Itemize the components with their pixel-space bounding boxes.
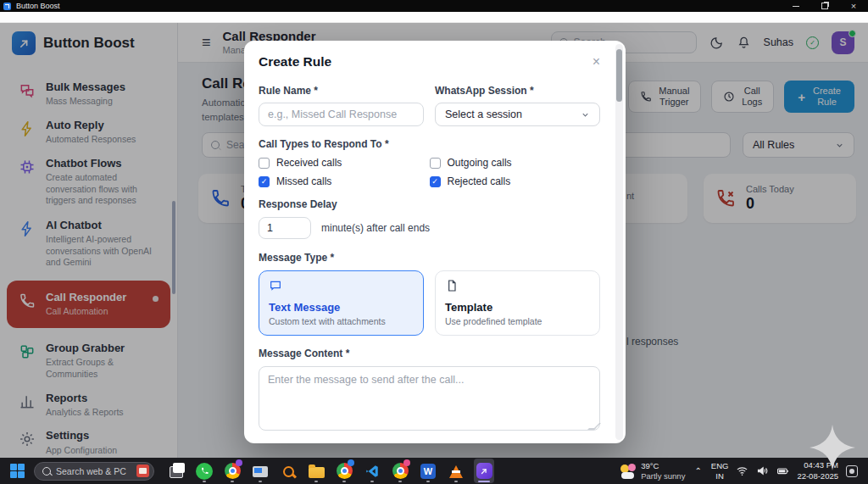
weather-condition: Partly sunny	[641, 471, 685, 481]
taskbar-vlc-button[interactable]	[446, 459, 466, 483]
profile-badge	[348, 459, 354, 466]
running-indicator	[454, 481, 458, 483]
running-indicator	[370, 481, 374, 483]
session-value: Select a session	[445, 108, 522, 120]
checkbox-icon[interactable]	[430, 176, 441, 187]
taskbar-button-boost-button[interactable]	[474, 459, 494, 483]
taskbar-remote-desktop-button[interactable]	[250, 459, 270, 483]
button-boost-icon	[476, 463, 492, 479]
remote-desktop-icon	[253, 466, 268, 477]
checkbox-icon[interactable]	[259, 176, 270, 187]
delay-input[interactable]	[259, 217, 311, 239]
minimize-button[interactable]	[782, 0, 810, 12]
maximize-button[interactable]	[810, 0, 839, 12]
delay-suffix: minute(s) after call ends	[321, 222, 430, 234]
taskbar-search-input[interactable]	[56, 466, 129, 476]
hidden-icons-chevron[interactable]: ⌃	[694, 466, 701, 476]
language-line1: ENG	[711, 461, 729, 470]
message-type-title: Template	[445, 301, 590, 314]
modal-title: Create Rule	[259, 54, 331, 70]
taskbar-vscode-button[interactable]	[362, 459, 382, 483]
delay-label: Response Delay	[259, 198, 600, 210]
chevron-down-icon	[581, 110, 590, 120]
rule-name-input[interactable]	[259, 103, 424, 126]
start-button[interactable]	[10, 464, 25, 478]
screen: Button Boost × Button Boost Bulk Mes	[0, 0, 868, 484]
whatsapp-icon	[196, 463, 213, 480]
message-type-template[interactable]: Template Use prodefined template	[435, 270, 600, 336]
message-type-desc: Use prodefined template	[445, 316, 590, 326]
checkbox-label: Outgoing calls	[448, 157, 512, 169]
close-icon[interactable]: ×	[593, 55, 600, 69]
checkbox-outgoing-calls[interactable]: Outgoing calls	[430, 157, 601, 169]
taskbar-word-button[interactable]: W	[418, 459, 438, 483]
window-app-icon	[3, 3, 11, 10]
running-indicator	[342, 481, 346, 483]
session-select[interactable]: Select a session	[435, 103, 600, 126]
profile-badge	[403, 459, 410, 466]
message-type-desc: Custom text with attachments	[269, 316, 414, 326]
top-strip	[0, 12, 868, 23]
volume-icon[interactable]	[756, 465, 769, 477]
close-window-button[interactable]: ×	[839, 0, 868, 12]
language-line2: IN	[715, 471, 724, 481]
attachment-label: Attachment (Optional)	[259, 442, 600, 443]
running-indicator	[203, 481, 206, 483]
message-content-label: Message Content *	[259, 348, 600, 359]
taskbar-search-tool-button[interactable]	[278, 459, 298, 483]
active-app-indicator	[478, 481, 490, 483]
taskbar-weather-widget[interactable]: 39°CPartly sunny	[620, 461, 685, 481]
running-indicator	[259, 481, 262, 483]
word-icon: W	[420, 464, 436, 479]
window-titlebar: Button Boost ×	[0, 0, 868, 12]
checkbox-received-calls[interactable]: Received calls	[259, 157, 430, 169]
weather-icon	[620, 464, 636, 479]
task-view-icon	[170, 466, 183, 478]
vlc-cone-icon	[449, 465, 463, 478]
session-label: WhatsApp Session *	[435, 85, 600, 97]
message-type-title: Text Message	[269, 301, 414, 314]
profile-badge	[236, 459, 242, 466]
search-icon	[42, 467, 51, 476]
checkbox-label: Received calls	[276, 157, 342, 169]
message-content-textarea[interactable]	[259, 366, 600, 431]
weather-temperature: 39°C	[641, 461, 659, 470]
wifi-icon[interactable]	[736, 465, 748, 477]
battery-icon[interactable]	[776, 465, 789, 477]
taskbar-file-explorer-button[interactable]	[306, 459, 326, 483]
folder-icon	[309, 467, 325, 478]
vscode-icon	[364, 464, 380, 479]
window-title: Button Boost	[16, 2, 60, 10]
checkbox-label: Rejected calls	[448, 175, 511, 187]
checkbox-rejected-calls[interactable]: Rejected calls	[430, 175, 601, 187]
call-types-label: Call Types to Respond To *	[259, 138, 600, 150]
chat-bubble-icon	[269, 281, 282, 295]
taskbar-whatsapp-button[interactable]	[194, 459, 214, 483]
magnifier-icon	[283, 466, 294, 477]
document-icon	[445, 281, 459, 295]
rule-name-label: Rule Name *	[259, 85, 424, 97]
taskbar-search[interactable]	[34, 462, 154, 481]
checkbox-label: Missed calls	[276, 175, 331, 187]
sparkle-cursor-icon	[807, 422, 858, 473]
running-indicator	[426, 481, 430, 483]
checkbox-icon[interactable]	[430, 158, 441, 169]
running-indicator	[314, 481, 318, 483]
message-type-label: Message Type *	[259, 252, 600, 264]
taskbar-task-view-button[interactable]	[166, 459, 186, 483]
language-indicator[interactable]: ENGIN	[711, 461, 729, 481]
modal-scrollbar-thumb[interactable]	[616, 49, 622, 102]
store-icon[interactable]	[136, 465, 149, 477]
taskbar-chrome-profile3-button[interactable]	[390, 459, 410, 483]
checkbox-icon[interactable]	[259, 158, 270, 169]
taskbar: W 39°CPartly sunny ⌃ ENGIN 04:43 PM22-08…	[0, 458, 868, 484]
taskbar-chrome-profile2-button[interactable]	[334, 459, 354, 483]
taskbar-chrome-profile1-button[interactable]	[222, 459, 242, 483]
checkbox-missed-calls[interactable]: Missed calls	[259, 175, 430, 187]
running-indicator	[231, 481, 234, 483]
running-indicator	[398, 481, 402, 483]
message-type-text-message[interactable]: Text Message Custom text with attachment…	[259, 270, 424, 336]
modal-scrollbar-track[interactable]	[615, 44, 623, 440]
create-rule-modal: Create Rule × Rule Name * WhatsApp Sessi…	[244, 41, 626, 443]
